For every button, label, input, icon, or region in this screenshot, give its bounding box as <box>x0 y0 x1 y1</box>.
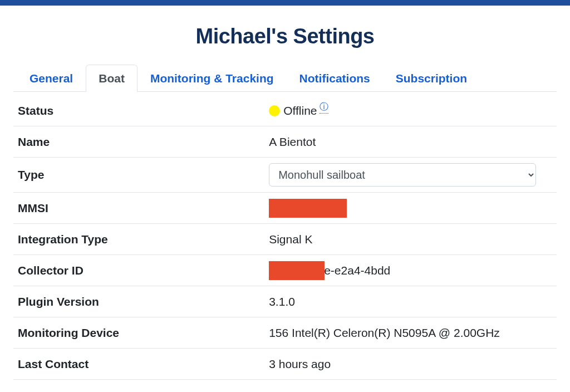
tabs: General Boat Monitoring & Tracking Notif… <box>13 64 557 92</box>
value-name: A Bientot <box>269 135 552 149</box>
label-status: Status <box>18 104 269 117</box>
value-last-contact: 3 hours ago <box>269 357 552 371</box>
label-integration-type: Integration Type <box>18 233 269 246</box>
label-last-contact: Last Contact <box>18 357 269 371</box>
status-dot-icon <box>269 105 280 116</box>
value-collector-id: e-e2a4-4bdd <box>269 261 552 280</box>
value-status: Offline ⓘ <box>269 104 552 117</box>
tab-notifications[interactable]: Notifications <box>287 65 383 92</box>
settings-container: Michael's Settings General Boat Monitori… <box>0 6 570 380</box>
row-status: Status Offline ⓘ <box>13 95 557 126</box>
row-last-contact: Last Contact 3 hours ago <box>13 349 557 380</box>
label-collector-id: Collector ID <box>18 264 269 277</box>
value-monitoring-device: 156 Intel(R) Celeron(R) N5095A @ 2.00GHz <box>269 326 552 340</box>
label-type: Type <box>18 168 269 182</box>
row-type: Type Monohull sailboat <box>13 158 557 193</box>
boat-settings-table: Status Offline ⓘ Name A Bientot Type Mon… <box>13 95 557 380</box>
boat-type-select[interactable]: Monohull sailboat <box>269 163 536 187</box>
label-mmsi: MMSI <box>18 202 269 215</box>
top-banner <box>0 0 570 6</box>
value-mmsi <box>269 199 552 218</box>
tab-monitoring[interactable]: Monitoring & Tracking <box>137 65 287 92</box>
collector-id-redacted <box>269 261 325 280</box>
status-text: Offline <box>283 104 317 117</box>
value-plugin-version: 3.1.0 <box>269 295 552 308</box>
mmsi-redacted <box>269 199 347 218</box>
info-icon[interactable]: ⓘ <box>320 101 328 114</box>
row-name: Name A Bientot <box>13 126 557 158</box>
tab-boat[interactable]: Boat <box>86 65 137 92</box>
value-integration-type: Signal K <box>269 233 552 246</box>
row-monitoring-device: Monitoring Device 156 Intel(R) Celeron(R… <box>13 317 557 349</box>
label-name: Name <box>18 135 269 149</box>
tab-general[interactable]: General <box>17 65 86 92</box>
row-integration-type: Integration Type Signal K <box>13 224 557 255</box>
label-plugin-version: Plugin Version <box>18 295 269 308</box>
row-collector-id: Collector ID e-e2a4-4bdd <box>13 255 557 286</box>
label-monitoring-device: Monitoring Device <box>18 326 269 340</box>
page-title: Michael's Settings <box>13 24 557 48</box>
collector-id-suffix: e-e2a4-4bdd <box>324 264 390 277</box>
tab-subscription[interactable]: Subscription <box>383 65 480 92</box>
row-mmsi: MMSI <box>13 193 557 224</box>
row-plugin-version: Plugin Version 3.1.0 <box>13 286 557 317</box>
